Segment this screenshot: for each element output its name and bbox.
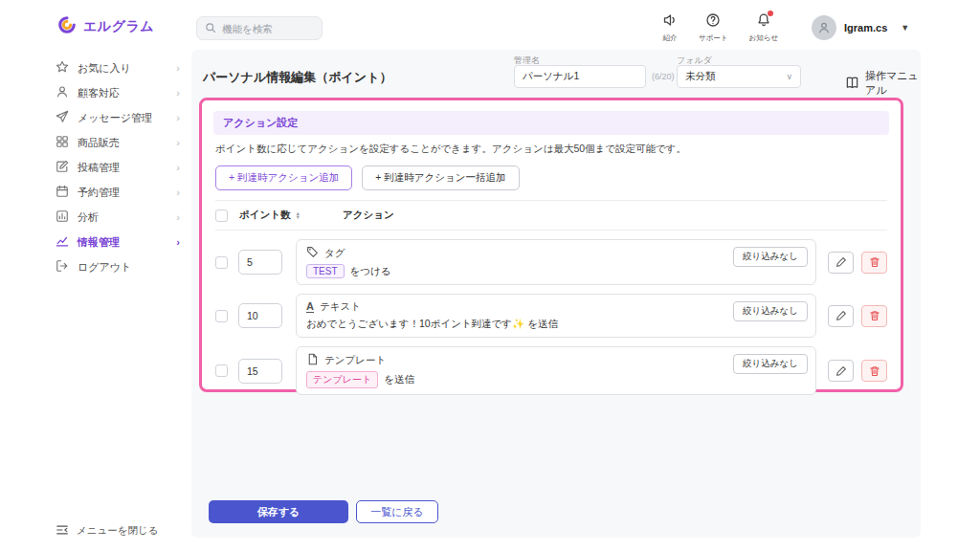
book-icon — [845, 76, 859, 92]
document-icon — [306, 353, 319, 367]
action-suffix: を送信 — [384, 373, 414, 386]
add-action-button[interactable]: + 到達時アクション追加 — [215, 165, 352, 190]
chevron-right-icon: › — [176, 137, 180, 148]
chevron-right-icon: › — [176, 62, 180, 74]
notifications-label: お知らせ — [749, 33, 779, 43]
megaphone-icon — [662, 12, 678, 32]
support-button[interactable]: サポート — [699, 12, 728, 43]
row-checkbox[interactable] — [215, 310, 228, 322]
feature-search — [196, 16, 323, 40]
sidebar-item-label: 分析 — [78, 210, 99, 225]
collapse-menu-icon — [56, 523, 69, 539]
search-icon — [205, 20, 216, 37]
close-menu-button[interactable]: メニューを閉じる — [56, 523, 158, 539]
sidebar-item-logout[interactable]: ログアウト — [56, 254, 180, 279]
row-checkbox[interactable] — [215, 364, 228, 377]
point-input[interactable] — [238, 303, 282, 328]
chevron-down-icon: ▼ — [901, 23, 909, 33]
sidebar-item-reservations[interactable]: 予約管理 › — [56, 180, 180, 205]
edit-button[interactable] — [828, 305, 854, 327]
sort-icon[interactable]: ▲▼ — [295, 211, 300, 220]
bulk-add-action-button[interactable]: + 到達時アクション一括追加 — [362, 165, 519, 190]
header-icons: 紹介 サポート お知らせ — [662, 12, 778, 43]
admin-name-counter: (6/20) — [652, 72, 675, 81]
sidebar-item-products[interactable]: 商品販売 › — [56, 130, 180, 155]
table-row: タグ TEST をつける 絞り込みなし — [215, 239, 887, 285]
action-settings-panel: アクション設定 ポイント数に応じてアクションを設定することができます。アクション… — [199, 98, 903, 392]
delete-button[interactable] — [861, 360, 887, 382]
table-row: A テキスト おめでとうございます！10ポイント到達です✨ を送信 絞り込みなし — [215, 294, 887, 338]
account-name: Igram.cs — [844, 22, 887, 33]
sidebar-item-label: 情報管理 — [78, 235, 120, 250]
app-logo[interactable]: エルグラム — [57, 15, 154, 38]
tag-icon — [306, 246, 319, 260]
select-all-checkbox[interactable] — [215, 209, 228, 222]
avatar — [812, 15, 836, 40]
row-actions — [828, 305, 887, 327]
template-chip: テンプレート — [306, 371, 378, 388]
back-to-list-button[interactable]: 一覧に戻る — [356, 500, 438, 523]
filter-button[interactable]: 絞り込みなし — [733, 354, 808, 374]
action-card: タグ TEST をつける 絞り込みなし — [296, 239, 816, 285]
notifications-button[interactable]: お知らせ — [749, 12, 779, 43]
table-row: テンプレート テンプレート を送信 絞り込みなし — [215, 346, 887, 395]
chevron-right-icon: › — [176, 236, 180, 248]
save-button[interactable]: 保存する — [209, 500, 348, 523]
sidebar-item-label: 商品販売 — [78, 136, 120, 150]
chevron-right-icon: › — [176, 187, 180, 198]
sidebar-item-label: ログアウト — [78, 260, 131, 275]
sidebar-item-information[interactable]: 情報管理 › — [56, 230, 180, 254]
chevron-right-icon: › — [176, 87, 180, 99]
logo-icon — [57, 15, 77, 38]
tag-chip: TEST — [306, 264, 345, 278]
section-title: アクション設定 — [213, 111, 889, 135]
user-icon — [56, 85, 69, 100]
action-suffix: をつける — [350, 265, 391, 278]
admin-name-input[interactable] — [514, 65, 646, 88]
folder-select-value: 未分類 — [685, 70, 716, 83]
sidebar-item-analytics[interactable]: 分析 › — [56, 205, 180, 230]
post-icon — [56, 160, 69, 175]
notification-badge — [768, 11, 773, 16]
chart-icon — [56, 209, 69, 225]
sidebar-item-customers[interactable]: 顧客対応 › — [56, 80, 180, 105]
action-text: おめでとうございます！10ポイント到達です✨ を送信 — [306, 318, 558, 331]
text-icon: A — [306, 301, 314, 313]
section-description: ポイント数に応じてアクションを設定することができます。アクションは最大50個まで… — [215, 143, 887, 156]
points-column-header: ポイント数 — [239, 209, 290, 222]
bell-icon — [756, 12, 771, 32]
action-card: A テキスト おめでとうございます！10ポイント到達です✨ を送信 絞り込みなし — [296, 294, 816, 338]
row-actions — [828, 252, 887, 274]
delete-button[interactable] — [861, 252, 887, 274]
manual-label: 操作マニュアル — [865, 69, 921, 98]
folder-select[interactable]: 未分類 ∨ — [677, 65, 801, 88]
logo-text: エルグラム — [83, 18, 154, 35]
calendar-icon — [56, 185, 69, 200]
sidebar-item-messages[interactable]: メッセージ管理 › — [56, 105, 180, 130]
help-icon — [705, 12, 721, 32]
trend-icon — [56, 234, 69, 250]
close-menu-label: メニューを閉じる — [77, 524, 158, 538]
referral-button[interactable]: 紹介 — [662, 12, 678, 43]
send-icon — [56, 110, 69, 125]
point-input[interactable] — [238, 359, 282, 384]
sidebar: お気に入り › 顧客対応 › メッセージ管理 › 商品販売 › 投稿管理 › 予… — [56, 55, 180, 279]
point-input[interactable] — [238, 250, 282, 275]
action-type-label: テンプレート — [324, 354, 386, 367]
edit-button[interactable] — [828, 360, 854, 382]
sidebar-item-label: 投稿管理 — [78, 161, 120, 175]
search-input[interactable] — [222, 23, 314, 34]
grid-icon — [56, 135, 69, 150]
manual-link[interactable]: 操作マニュアル — [845, 69, 921, 98]
filter-button[interactable]: 絞り込みなし — [733, 247, 808, 267]
account-menu[interactable]: Igram.cs ▼ — [812, 15, 909, 40]
filter-button[interactable]: 絞り込みなし — [733, 301, 808, 321]
sidebar-item-label: お気に入り — [78, 61, 131, 76]
sidebar-item-posts[interactable]: 投稿管理 › — [56, 155, 180, 180]
chevron-right-icon: › — [176, 112, 180, 123]
add-buttons-row: + 到達時アクション追加 + 到達時アクション一括追加 — [215, 165, 887, 190]
sidebar-item-favorites[interactable]: お気に入り › — [56, 55, 180, 80]
delete-button[interactable] — [861, 305, 887, 327]
edit-button[interactable] — [828, 252, 854, 274]
row-checkbox[interactable] — [215, 256, 228, 269]
